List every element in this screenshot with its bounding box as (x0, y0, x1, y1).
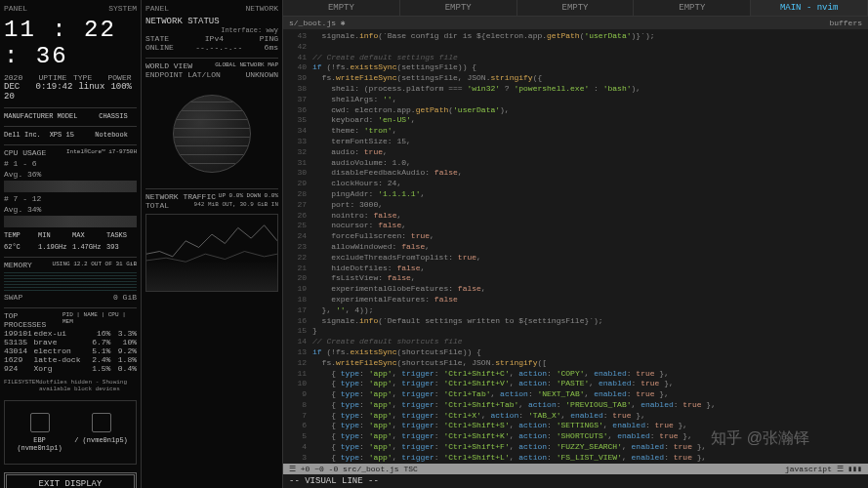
interface-label: Interface: wwy (145, 26, 278, 34)
process-pid: 43014 (4, 346, 33, 355)
code-line[interactable]: 14// Create default shortcuts file (287, 337, 864, 347)
code-line[interactable]: 18 experimentalFeatures: false (287, 295, 864, 305)
code-line[interactable]: 30 disableFeedbackAudio: false, (287, 168, 864, 179)
editor-tab[interactable]: EMPTY (283, 0, 400, 16)
code-line[interactable]: 11 { type: 'app', trigger: 'Ctrl+Shift+C… (287, 369, 864, 380)
code-line[interactable]: 8 { type: 'app', trigger: 'Ctrl+Shift+Ta… (287, 400, 864, 411)
network-row: STATEIPv4PING (145, 34, 278, 43)
code-line[interactable]: 43 signale.info(`Base config dir is ${el… (287, 31, 864, 42)
code-line[interactable]: 12 fs.writeFileSync(shortcutsFile, JSON.… (287, 358, 864, 369)
drive-icon (92, 413, 111, 432)
process-row[interactable]: 53135brave6.7%10% (4, 338, 137, 346)
cpu-sparkline (4, 216, 137, 227)
code-line[interactable]: 21 hideDotfiles: false, (287, 264, 864, 274)
code-line[interactable]: 16 signale.info(`Default settings writte… (287, 316, 864, 327)
process-row[interactable]: 924Xorg1.5%0.4% (4, 364, 137, 373)
mode-indicator: -- VISUAL LINE -- (283, 474, 868, 488)
mfg-header: MODEL (57, 112, 95, 120)
code-line[interactable]: 38 shell: (process.platform === 'win32' … (287, 84, 864, 95)
process-mem: 1.8% (110, 355, 137, 364)
net-key: ONLINE (145, 43, 174, 52)
code-line[interactable]: 41// Create default settings file (287, 53, 864, 63)
code-line[interactable]: 23 allowWindowed: false, (287, 242, 864, 253)
code-line[interactable]: 35 keyboard: 'en-US', (287, 115, 864, 126)
code-line[interactable]: 32 audio: true, (287, 147, 864, 158)
code-line[interactable]: 39 fs.writeFileSync(settingsFile, JSON.s… (287, 73, 864, 84)
code-line[interactable]: 31 audioVolume: 1.0, (287, 158, 864, 169)
editor-tab[interactable]: MAIN - nvim (751, 0, 868, 16)
cpu-group-avg: Avg. 34% (4, 205, 137, 214)
code-line[interactable]: 24 forceFullscreen: true, (287, 231, 864, 242)
code-line[interactable]: 17 }, '', 4)); (287, 305, 864, 316)
process-name: electron (33, 346, 84, 355)
date-value: 100% (110, 82, 137, 102)
editor-tab[interactable]: EMPTY (517, 0, 635, 16)
date-header: 2020 (4, 73, 33, 82)
process-cpu: 2.4% (85, 355, 111, 364)
filename: s/_boot.js ✱ (289, 19, 346, 27)
mfg-header: MANUFACTURER (4, 112, 53, 120)
world-view-sub: GLOBAL NETWORK MAP (215, 61, 278, 70)
tab-bar: EMPTYEMPTYEMPTYEMPTYMAIN - nvim (283, 0, 868, 17)
editor-tab[interactable]: EMPTY (400, 0, 517, 16)
code-line[interactable]: 27 port: 3000, (287, 200, 864, 211)
filesystem-sub: dotfiles hidden - Showing available bloc… (39, 379, 137, 392)
code-line[interactable]: 13if (!fs.existsSync(shortcutsFile)) { (287, 347, 864, 358)
panel-label: PANEL (4, 4, 27, 13)
editor-tab[interactable]: EMPTY (634, 0, 751, 16)
world-view-header: WORLD VIEW (145, 61, 192, 70)
drive-item[interactable]: / (nvme0n1p5) (74, 413, 128, 452)
date-value: linux (78, 82, 104, 102)
code-line[interactable]: 10 { type: 'app', trigger: 'Ctrl+Shift+V… (287, 379, 864, 389)
code-line[interactable]: 28 pingAddr: '1.1.1.1', (287, 189, 864, 200)
code-line[interactable]: 3 { type: 'app', trigger: 'Ctrl+Shift+L'… (287, 453, 864, 464)
code-area[interactable]: 43 signale.info(`Base config dir is ${el… (283, 29, 868, 464)
net-key: STATE (145, 34, 169, 43)
swap-label: SWAP (4, 293, 22, 302)
cpu-sparkline (4, 181, 137, 192)
exit-button[interactable]: EXIT DISPLAY (4, 472, 137, 488)
code-line[interactable]: 26 nointro: false, (287, 211, 864, 222)
code-line[interactable]: 9 { type: 'app', trigger: 'Ctrl+Tab', ac… (287, 389, 864, 400)
swap-value: 0 GiB (113, 293, 137, 302)
process-row[interactable]: 43014electron5.1%9.2% (4, 346, 137, 355)
process-name: latte-dock (33, 355, 84, 364)
code-line[interactable]: 29 clockHours: 24, (287, 179, 864, 189)
traffic-total-label: TOTAL (145, 201, 169, 210)
process-name: brave (33, 338, 84, 346)
process-pid: 924 (4, 364, 33, 373)
memory-sub: USING 12.2 OUT OF 31 GiB (53, 261, 137, 269)
code-line[interactable]: 19 experimentalGlobeFeatures: false, (287, 284, 864, 295)
process-name: edex-ui (33, 329, 84, 338)
network-row: ONLINE--.--.-.--6ms (145, 43, 278, 52)
code-line[interactable]: 33 termFontSize: 15, (287, 137, 864, 147)
cpu-group-label: # 7 - 12 (4, 194, 137, 203)
code-line[interactable]: 20 fsListView: false, (287, 273, 864, 284)
code-line[interactable]: 36 cwd: electron.app.getPath('userData')… (287, 105, 864, 116)
process-row[interactable]: 1629latte-dock2.4%1.8% (4, 355, 137, 364)
process-cpu: 1.5% (85, 364, 111, 373)
temp-value: 62°C (4, 243, 34, 251)
traffic-header: NETWORK TRAFFIC (145, 192, 216, 201)
net-value: --.--.-.-- (195, 43, 242, 52)
code-line[interactable]: 25 nocursor: false, (287, 221, 864, 231)
code-line[interactable]: 34 theme: 'tron', (287, 126, 864, 137)
cpu-header: CPU USAGE (4, 148, 46, 157)
code-line[interactable]: 37 shellArgs: '', (287, 95, 864, 105)
system-label: SYSTEM (108, 4, 137, 13)
code-line[interactable]: 15} (287, 326, 864, 337)
code-line[interactable]: 42 (287, 42, 864, 53)
temp-value: 1.19GHz (38, 243, 68, 251)
code-line[interactable]: 40if (!fs.existsSync(settingsFile)) { (287, 62, 864, 73)
temp-value: 393 (106, 243, 137, 251)
date-header: UPTIME (39, 73, 68, 82)
process-cpu: 6.7% (85, 338, 111, 346)
drive-item[interactable]: EBP (nvme0n1p1) (13, 413, 66, 452)
drive-label: / (nvme0n1p5) (74, 436, 128, 444)
date-header: TYPE (73, 73, 103, 82)
process-mem: 9.2% (110, 346, 137, 355)
processes-cols: PID | NAME | CPU | MEM (62, 311, 137, 329)
code-line[interactable]: 22 excludeThreadsFromToplist: true, (287, 253, 864, 264)
code-line[interactable]: 7 { type: 'app', trigger: 'Ctrl+X', acti… (287, 411, 864, 422)
process-row[interactable]: 199101edex-ui16%3.3% (4, 329, 137, 338)
